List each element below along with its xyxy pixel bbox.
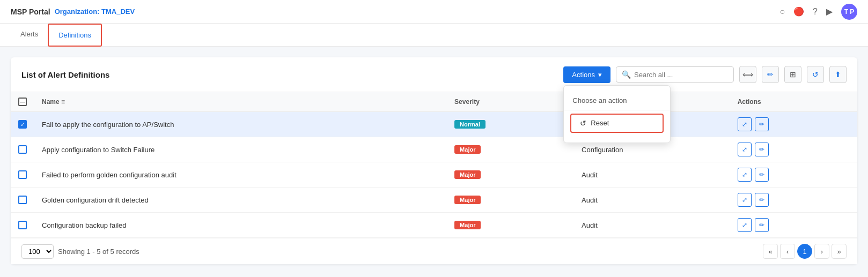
- chevron-down-icon: ▾: [598, 71, 602, 79]
- search-box: 🔍: [616, 66, 734, 83]
- user-avatar[interactable]: T P: [841, 4, 857, 20]
- row-expand-button[interactable]: ⤢: [738, 117, 752, 131]
- expand-row-icon: ⤢: [742, 221, 747, 229]
- nav-right: ○ 🔴 ? ▶ T P: [779, 4, 857, 20]
- tab-bar: Alerts Definitions: [0, 24, 868, 47]
- row-checkbox[interactable]: [18, 145, 27, 154]
- table-row: Failed to perform golden configuration a…: [11, 162, 857, 188]
- tab-definitions[interactable]: Definitions: [48, 24, 102, 47]
- actions-button[interactable]: Actions ▾: [563, 66, 610, 83]
- edit-row-icon: ✏: [759, 171, 764, 178]
- edit-icon: ✏: [767, 70, 774, 79]
- page-title: List of Alert Definitions: [21, 70, 109, 79]
- row-name: Golden configuration drift detected: [34, 188, 447, 213]
- page-1-button[interactable]: 1: [797, 244, 812, 259]
- org-name: TMA_DEV: [101, 8, 135, 16]
- footer-left: 100 50 25 Showing 1 - 5 of 5 records: [21, 244, 139, 259]
- col-header-actions: Actions: [730, 92, 857, 112]
- severity-badge: Normal: [454, 120, 486, 129]
- row-name: Configuration backup failed: [34, 213, 447, 238]
- expand-row-icon: ⤢: [742, 121, 747, 128]
- row-checkbox[interactable]: [18, 221, 27, 229]
- row-edit-button[interactable]: ✏: [755, 218, 769, 232]
- card-header: List of Alert Definitions Actions ▾ Choo…: [11, 57, 857, 92]
- circle-icon[interactable]: ○: [779, 7, 785, 17]
- upload-button[interactable]: ⬆: [829, 66, 847, 83]
- row-expand-button[interactable]: ⤢: [738, 143, 752, 156]
- row-name: Failed to perform golden configuration a…: [34, 162, 447, 188]
- refresh-button[interactable]: ↺: [807, 66, 824, 83]
- page-size-select[interactable]: 100 50 25: [21, 244, 54, 259]
- row-severity: Major: [447, 137, 574, 162]
- search-icon: 🔍: [622, 70, 631, 79]
- page-first-button[interactable]: «: [763, 244, 778, 259]
- row-expand-button[interactable]: ⤢: [738, 193, 752, 207]
- expand-icon: ⟺: [742, 70, 753, 79]
- row-edit-button[interactable]: ✏: [755, 117, 769, 131]
- page-last-button[interactable]: »: [832, 244, 847, 259]
- expand-row-icon: ⤢: [742, 146, 747, 153]
- bell-icon[interactable]: 🔴: [793, 6, 804, 17]
- row-expand-button[interactable]: ⤢: [738, 218, 752, 232]
- search-input[interactable]: [634, 71, 728, 79]
- org-label: Organization: TMA_DEV: [55, 8, 135, 16]
- select-all-checkbox[interactable]: —: [18, 98, 27, 106]
- pagination: « ‹ 1 › »: [763, 244, 847, 259]
- row-category: Audit: [574, 213, 730, 238]
- arrow-icon[interactable]: ▶: [826, 6, 833, 17]
- alert-definitions-table: — Name ≡ Severity ≡ Actions ✓: [11, 92, 857, 238]
- row-actions: ⤢ ✏: [738, 218, 850, 232]
- row-expand-button[interactable]: ⤢: [738, 168, 752, 182]
- reset-label: Reset: [591, 119, 609, 127]
- row-actions: ⤢ ✏: [738, 168, 850, 182]
- row-severity: Major: [447, 213, 574, 238]
- row-actions: ⤢ ✏: [738, 143, 850, 156]
- row-checkbox[interactable]: [18, 196, 27, 204]
- table-row: ✓ Fail to apply the configuration to AP/…: [11, 112, 857, 137]
- row-actions: ⤢ ✏: [738, 193, 850, 207]
- row-checkbox[interactable]: [18, 170, 27, 179]
- severity-badge: Major: [454, 170, 481, 179]
- edit-button[interactable]: ✏: [762, 66, 779, 83]
- row-name: Apply configuration to Switch Failure: [34, 137, 447, 162]
- row-category: Audit: [574, 162, 730, 188]
- row-edit-button[interactable]: ✏: [755, 193, 769, 207]
- expand-row-icon: ⤢: [742, 196, 747, 204]
- main-card: List of Alert Definitions Actions ▾ Choo…: [11, 57, 857, 264]
- actions-dropdown-menu: Choose an action ↺ Reset: [563, 85, 671, 143]
- page-prev-button[interactable]: ‹: [780, 244, 795, 259]
- reset-action-item[interactable]: ↺ Reset: [570, 114, 664, 133]
- table-row: Configuration backup failed Major Audit …: [11, 213, 857, 238]
- row-edit-button[interactable]: ✏: [755, 168, 769, 182]
- top-nav: MSP Portal Organization: TMA_DEV ○ 🔴 ? ▶…: [0, 0, 868, 24]
- row-severity: Major: [447, 162, 574, 188]
- columns-icon: ⊞: [790, 70, 796, 79]
- edit-row-icon: ✏: [759, 146, 764, 153]
- page-next-button[interactable]: ›: [814, 244, 829, 259]
- row-edit-button[interactable]: ✏: [755, 143, 769, 156]
- col-header-severity: Severity: [447, 92, 574, 112]
- edit-row-icon: ✏: [759, 221, 764, 229]
- table-header-row: — Name ≡ Severity ≡ Actions: [11, 92, 857, 112]
- expand-columns-button[interactable]: ⟺: [739, 66, 756, 83]
- name-sort-icon[interactable]: ≡: [61, 98, 65, 106]
- tab-alerts[interactable]: Alerts: [11, 24, 48, 47]
- edit-row-icon: ✏: [759, 121, 764, 128]
- row-checkbox[interactable]: ✓: [18, 120, 27, 129]
- dropdown-title: Choose an action: [564, 92, 670, 110]
- card-footer: 100 50 25 Showing 1 - 5 of 5 records « ‹…: [11, 238, 857, 264]
- help-icon[interactable]: ?: [813, 7, 818, 17]
- row-category: Audit: [574, 188, 730, 213]
- severity-badge: Major: [454, 221, 481, 229]
- row-severity: Major: [447, 188, 574, 213]
- reset-icon: ↺: [580, 119, 586, 128]
- nav-left: MSP Portal Organization: TMA_DEV: [11, 8, 135, 16]
- row-actions: ⤢ ✏: [738, 117, 850, 131]
- upload-icon: ⬆: [835, 70, 841, 79]
- columns-button[interactable]: ⊞: [784, 66, 801, 83]
- edit-row-icon: ✏: [759, 196, 764, 204]
- severity-badge: Major: [454, 145, 481, 154]
- header-actions: Actions ▾ Choose an action ↺ Reset 🔍: [563, 66, 847, 83]
- expand-row-icon: ⤢: [742, 171, 747, 178]
- showing-text: Showing 1 - 5 of 5 records: [58, 248, 139, 256]
